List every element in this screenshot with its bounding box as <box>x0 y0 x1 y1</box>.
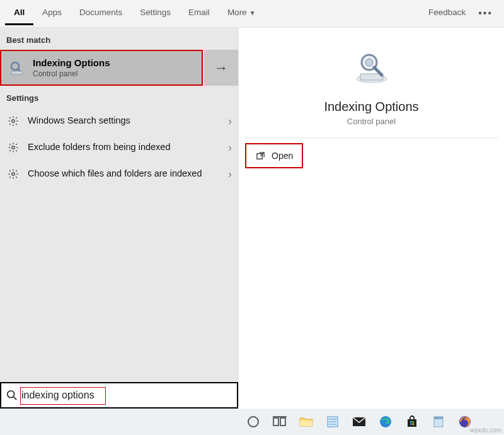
svg-point-5 <box>12 173 15 176</box>
tab-settings[interactable]: Settings <box>131 0 180 25</box>
svg-point-4 <box>12 146 15 149</box>
setting-item-windows-search[interactable]: Windows Search settings › <box>0 108 238 134</box>
taskbar <box>0 409 504 435</box>
search-bar[interactable] <box>0 382 238 409</box>
tab-apps[interactable]: Apps <box>33 0 71 25</box>
svg-rect-31 <box>434 417 443 419</box>
settings-section-label: Settings <box>0 86 238 108</box>
result-subtitle: Control panel <box>33 69 110 78</box>
mail-icon[interactable] <box>350 413 368 431</box>
store-icon[interactable] <box>403 413 421 431</box>
svg-rect-28 <box>410 424 412 426</box>
open-button[interactable]: Open <box>245 143 303 168</box>
setting-label: Windows Search settings <box>28 115 228 127</box>
svg-rect-29 <box>413 424 415 426</box>
svg-rect-25 <box>408 419 416 427</box>
notepad-icon[interactable] <box>324 413 341 431</box>
svg-point-9 <box>365 59 373 66</box>
open-icon <box>255 151 265 161</box>
edge-icon[interactable] <box>377 413 394 431</box>
gear-icon <box>6 167 20 181</box>
setting-label: Choose which files and folders are index… <box>28 168 228 180</box>
chevron-down-icon: ▼ <box>249 9 256 16</box>
search-category-tabs: All Apps Documents Settings Email More▼ … <box>0 0 504 28</box>
open-label: Open <box>272 151 293 161</box>
arrow-right-icon: → <box>214 60 228 76</box>
svg-rect-16 <box>280 418 285 426</box>
indexing-options-large-icon <box>350 47 394 91</box>
preview-title: Indexing Options <box>245 100 498 114</box>
search-icon <box>5 388 19 402</box>
svg-rect-2 <box>11 71 23 74</box>
svg-point-14 <box>248 417 258 427</box>
preview-subtitle: Control panel <box>245 117 498 126</box>
best-match-label: Best match <box>0 28 238 50</box>
search-input[interactable] <box>19 387 233 403</box>
svg-line-13 <box>14 397 17 400</box>
chevron-right-icon: › <box>228 141 232 154</box>
tab-more[interactable]: More▼ <box>219 0 265 25</box>
preview-panel: Indexing Options Control panel Open <box>238 28 504 409</box>
indexing-options-icon <box>8 59 26 78</box>
cortana-icon[interactable] <box>244 413 262 431</box>
svg-rect-18 <box>300 420 312 426</box>
gear-icon <box>6 141 20 154</box>
watermark: wsxdn.com <box>470 427 501 434</box>
svg-rect-15 <box>273 418 278 426</box>
tab-email[interactable]: Email <box>180 0 219 25</box>
tab-all[interactable]: All <box>5 0 33 25</box>
more-options-button[interactable]: ••• <box>472 0 499 26</box>
document-icon[interactable] <box>430 413 447 431</box>
svg-point-3 <box>12 120 15 123</box>
chevron-right-icon: › <box>228 168 232 181</box>
expand-result-button[interactable]: → <box>204 50 238 86</box>
setting-label: Exclude folders from being indexed <box>28 141 228 154</box>
tab-documents[interactable]: Documents <box>71 0 131 25</box>
setting-item-choose-files[interactable]: Choose which files and folders are index… <box>0 161 238 187</box>
gear-icon <box>6 114 20 128</box>
best-match-result[interactable]: Indexing Options Control panel <box>0 50 203 86</box>
result-title: Indexing Options <box>33 57 110 68</box>
svg-rect-27 <box>413 421 415 423</box>
file-explorer-icon[interactable] <box>297 413 315 431</box>
results-panel: Best match Indexing Options Control pane… <box>0 28 238 409</box>
svg-point-12 <box>8 391 14 398</box>
svg-rect-11 <box>256 153 261 158</box>
chevron-right-icon: › <box>228 115 232 128</box>
setting-item-exclude-folders[interactable]: Exclude folders from being indexed › <box>0 134 238 161</box>
task-view-icon[interactable] <box>271 413 289 431</box>
svg-rect-26 <box>410 421 412 423</box>
feedback-link[interactable]: Feedback <box>422 0 472 25</box>
